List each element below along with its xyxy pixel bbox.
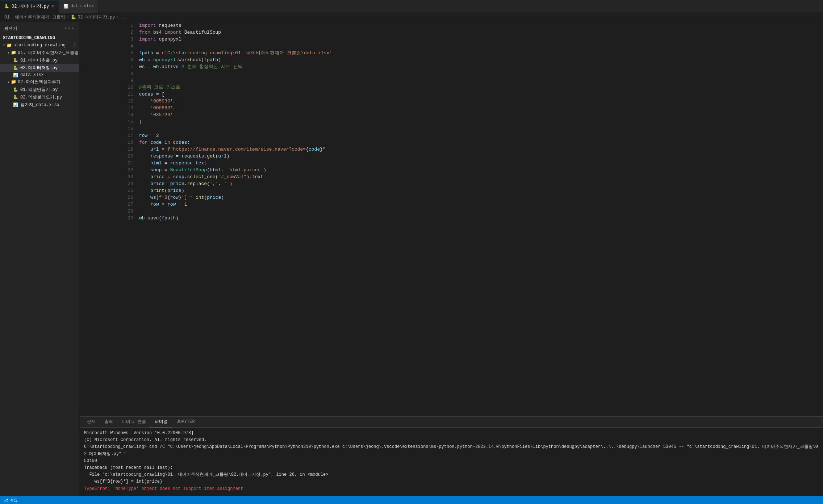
- breadcrumb-sep2: ›: [116, 15, 119, 20]
- sidebar-file1-label: 01.데이터추출.py: [20, 57, 58, 63]
- table-row: 23 price = soup.select_one("#_nowVal").t…: [80, 173, 823, 180]
- table-row: 3 import openpyxl: [80, 36, 823, 43]
- sidebar-dots[interactable]: ···: [63, 25, 75, 32]
- tab-py-close[interactable]: ×: [51, 4, 54, 9]
- sidebar-item-file1[interactable]: 🐍 01.데이터추출.py: [0, 56, 79, 64]
- py-file-icon-4: 🐍: [13, 95, 18, 100]
- list-item: Traceback (most recent call last):: [84, 465, 819, 471]
- code-lines: 1 import requests 2 from bs4 import Beau…: [80, 22, 823, 222]
- breadcrumb: 01. 네이버주식현재가_크롤링 › 🐍 02.데이터저장.py › ...: [0, 13, 823, 22]
- sidebar-item-file2[interactable]: 🐍 02.데이터저장.py: [0, 64, 79, 72]
- panel-content[interactable]: Microsoft Windows [Version 10.0.22000.97…: [80, 428, 823, 496]
- table-row: 21 html = response.text: [80, 160, 823, 167]
- sidebar-item-file5[interactable]: 🐍 02.엑셀불러오기.py: [0, 93, 79, 101]
- panel-tabs: 문제 출력 디버그 콘솔 터미널 JUPYTER: [80, 417, 823, 428]
- panel-tab-terminal-label: 터미널: [155, 419, 168, 425]
- table-row: 10 #종목 코드 리스트: [80, 84, 823, 91]
- breadcrumb-part1: 01. 네이버주식현재가_크롤링: [4, 14, 65, 20]
- panel-tab-jupyter-label: JUPYTER: [176, 419, 195, 424]
- tab-xlsx[interactable]: 📊 data.xlsx: [59, 0, 99, 13]
- table-row: 27 row = row + 1: [80, 201, 823, 208]
- py-file-icon-3: 🐍: [13, 87, 18, 92]
- sidebar-item-startcoding[interactable]: ▾ 📁 startcoding_crawling !: [0, 42, 79, 49]
- breadcrumb-part2: 02.데이터저장.py: [78, 14, 115, 20]
- table-row: 5 fpath = r'C:\startcoding_crawling\01. …: [80, 50, 823, 56]
- status-label: 계요: [10, 497, 18, 503]
- panel-tab-output-label: 출력: [104, 419, 113, 425]
- table-row: 11 codes = [: [80, 91, 823, 98]
- sidebar-item-excel-folder[interactable]: ▾ 📁 02.파이썬엑셀다루기: [0, 78, 79, 86]
- table-row: 29 wb.save(fpath): [80, 215, 823, 222]
- main-area: 탐색기 ··· STARTCODING_CRAWLING ▾ 📁 startco…: [0, 22, 823, 496]
- panel-tab-debug-label: 디버그 콘솔: [122, 419, 146, 425]
- sidebar-file6-label: 참가자_data.xlsx: [20, 102, 59, 108]
- table-row: 2 from bs4 import BeautifulSoup: [80, 29, 823, 36]
- sidebar-item-file3[interactable]: 📊 data.xlsx: [0, 72, 79, 78]
- tab-xlsx-label: data.xlsx: [71, 4, 94, 9]
- table-row: 26 ws[f'B{row}'] = int(price): [80, 194, 823, 201]
- panel-tab-issues[interactable]: 문제: [83, 417, 100, 428]
- panel-tab-jupyter[interactable]: JUPYTER: [172, 417, 199, 428]
- list-item: 53100: [84, 458, 819, 465]
- table-row: 9: [80, 77, 823, 84]
- status-item-branch: ⎇ 계요: [4, 497, 18, 503]
- table-row: 24 price= price.replace(',', ''): [80, 180, 823, 187]
- sidebar-file2-label: 02.데이터저장.py: [20, 65, 58, 71]
- list-item: File "c:\startcoding_crawling\01. 네이버주식현…: [84, 471, 819, 478]
- sidebar-naver-folder-label: 01. 네이버주식현재가_크롤링: [18, 50, 79, 56]
- panel-tab-debug[interactable]: 디버그 콘솔: [117, 417, 150, 428]
- tab-bar: 🐍 02.데이터저장.py × 📊 data.xlsx: [0, 0, 823, 13]
- table-row: 22 soup = BeautifulSoup(html, 'html.pars…: [80, 167, 823, 173]
- folder-icon-2: 📁: [11, 50, 16, 55]
- sidebar-item-naver-folder[interactable]: ▾ 📁 01. 네이버주식현재가_크롤링: [0, 49, 79, 56]
- breadcrumb-sep1: ›: [67, 15, 69, 20]
- list-item: Microsoft Windows [Version 10.0.22000.97…: [84, 430, 819, 437]
- list-item: TypeError: 'NoneType' object does not su…: [84, 486, 819, 492]
- table-row: 14 '035720': [80, 112, 823, 118]
- table-row: 16: [80, 125, 823, 132]
- py-icon: 🐍: [4, 4, 9, 9]
- list-item: C:\startcoding_crawling> cmd /C "C:\User…: [84, 444, 819, 457]
- xlsx-file-icon-2: 📊: [13, 102, 18, 107]
- chevron-down-icon: ▾: [3, 43, 5, 47]
- table-row: 7 ws = wb.active # 현재 활성화된 시트 선택: [80, 63, 823, 70]
- chevron-down-icon-3: ▾: [7, 80, 9, 84]
- sidebar-title: 탐색기: [4, 26, 17, 31]
- xlsx-icon: 📊: [63, 4, 68, 9]
- tab-py-label: 02.데이터저장.py: [12, 3, 49, 9]
- table-row: 12 '005930',: [80, 98, 823, 105]
- table-row: 13 '000660',: [80, 105, 823, 112]
- list-item: (c) Microsoft Corporation. All rights re…: [84, 437, 819, 444]
- table-row: 6 wb = openpyxl.Workbook(fpath): [80, 56, 823, 63]
- panel-tab-output[interactable]: 출력: [100, 417, 117, 428]
- sidebar-file4-label: 01.엑셀만들기.py: [20, 87, 58, 93]
- folder-icon: 📁: [7, 43, 12, 48]
- panel-area: 문제 출력 디버그 콘솔 터미널 JUPYTER Microsoft Windo…: [80, 416, 823, 496]
- sidebar-item-file4[interactable]: 🐍 01.엑셀만들기.py: [0, 86, 79, 93]
- table-row: 19 url = f"https://finance.naver.com/ite…: [80, 146, 823, 153]
- sidebar-folder-startcoding-label: startcoding_crawling: [13, 43, 66, 48]
- sidebar-file5-label: 02.엑셀불러오기.py: [20, 94, 62, 100]
- code-editor[interactable]: 1 import requests 2 from bs4 import Beau…: [80, 22, 823, 416]
- alert-icon: !: [74, 42, 76, 48]
- table-row: 20 response = requests.get(url): [80, 153, 823, 160]
- sidebar-title-bar: 탐색기 ···: [0, 22, 79, 34]
- py-file-icon-2: 🐍: [13, 66, 18, 70]
- table-row: 1 import requests: [80, 22, 823, 29]
- sidebar-file3-label: data.xlsx: [20, 72, 44, 77]
- status-bar: ⎇ 계요: [0, 496, 823, 504]
- table-row: 17 row = 2: [80, 132, 823, 139]
- table-row: 4: [80, 43, 823, 50]
- tab-py[interactable]: 🐍 02.데이터저장.py ×: [0, 0, 59, 13]
- breadcrumb-part3: ...: [121, 15, 129, 20]
- xlsx-file-icon-1: 📊: [13, 73, 18, 77]
- sidebar-item-file6[interactable]: 📊 참가자_data.xlsx: [0, 101, 79, 109]
- sidebar: 탐색기 ··· STARTCODING_CRAWLING ▾ 📁 startco…: [0, 22, 80, 496]
- table-row: 25 print(price): [80, 187, 823, 194]
- breadcrumb-icon: 🐍: [71, 14, 76, 20]
- panel-tab-terminal[interactable]: 터미널: [150, 417, 172, 428]
- sidebar-excel-folder-label: 02.파이썬엑셀다루기: [18, 79, 60, 85]
- sidebar-root-section[interactable]: STARTCODING_CRAWLING: [0, 34, 79, 42]
- folder-icon-3: 📁: [11, 79, 16, 85]
- chevron-down-icon-2: ▾: [7, 51, 9, 55]
